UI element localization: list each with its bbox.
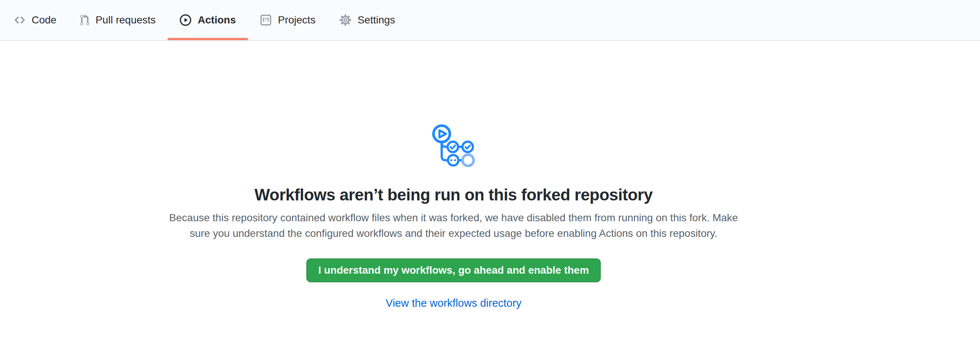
tab-projects[interactable]: Projects [248, 0, 328, 40]
view-workflows-directory-link[interactable]: View the workflows directory [385, 297, 521, 309]
tab-actions[interactable]: Actions [168, 0, 248, 40]
actions-blankslate: Workflows aren’t being run on this forke… [0, 41, 907, 309]
enable-workflows-button[interactable]: I understand my workflows, go ahead and … [306, 259, 601, 282]
tab-settings[interactable]: Settings [328, 0, 407, 40]
pull-request-icon [80, 14, 89, 26]
tab-pull-requests[interactable]: Pull requests [68, 0, 168, 40]
page-title: Workflows aren’t being run on this forke… [255, 184, 653, 205]
code-icon [14, 14, 25, 26]
description-line-1: Because this repository contained workfl… [169, 210, 738, 226]
tab-actions-label: Actions [198, 15, 236, 25]
tab-settings-label: Settings [358, 15, 395, 25]
workflow-graph-icon [432, 124, 475, 167]
description: Because this repository contained workfl… [169, 210, 738, 241]
tab-pull-requests-label: Pull requests [95, 15, 156, 25]
tab-projects-label: Projects [278, 15, 316, 25]
gear-icon [339, 14, 351, 26]
tab-code[interactable]: Code [2, 0, 68, 40]
project-icon [260, 14, 272, 26]
description-line-2: sure you understand the configured workf… [169, 226, 738, 241]
tab-code-label: Code [32, 15, 57, 25]
repo-tab-nav: Code Pull requests Actions Proje [0, 0, 980, 41]
play-icon [180, 14, 191, 26]
